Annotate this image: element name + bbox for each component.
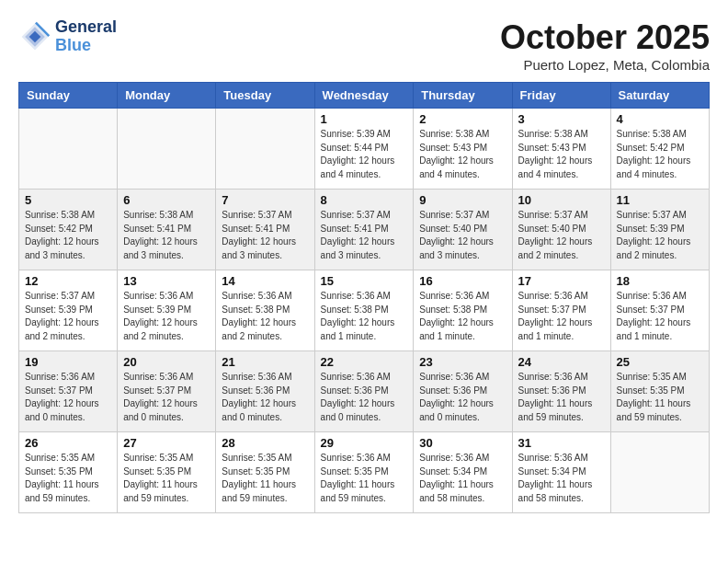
calendar-cell: 11Sunrise: 5:37 AM Sunset: 5:39 PM Dayli… [610,190,709,270]
day-info: Sunrise: 5:37 AM Sunset: 5:41 PM Dayligh… [321,209,408,262]
day-info: Sunrise: 5:37 AM Sunset: 5:39 PM Dayligh… [617,209,703,262]
day-info: Sunrise: 5:35 AM Sunset: 5:35 PM Dayligh… [617,371,703,424]
day-number: 1 [321,112,408,126]
calendar-cell: 13Sunrise: 5:36 AM Sunset: 5:39 PM Dayli… [118,270,216,351]
day-info: Sunrise: 5:39 AM Sunset: 5:44 PM Dayligh… [321,128,408,181]
day-info: Sunrise: 5:38 AM Sunset: 5:42 PM Dayligh… [25,209,111,262]
day-number: 18 [617,274,703,288]
calendar-cell: 18Sunrise: 5:36 AM Sunset: 5:37 PM Dayli… [610,270,709,351]
day-number: 20 [123,355,210,369]
day-number: 17 [518,274,605,288]
day-info: Sunrise: 5:38 AM Sunset: 5:41 PM Dayligh… [123,209,210,262]
col-header-saturday: Saturday [610,83,709,109]
day-info: Sunrise: 5:36 AM Sunset: 5:38 PM Dayligh… [321,290,408,343]
day-number: 7 [222,193,308,207]
location-subtitle: Puerto Lopez, Meta, Colombia [500,57,710,73]
day-info: Sunrise: 5:36 AM Sunset: 5:37 PM Dayligh… [123,371,210,424]
day-number: 19 [25,355,111,369]
day-info: Sunrise: 5:38 AM Sunset: 5:43 PM Dayligh… [419,128,506,181]
calendar-week-row: 12Sunrise: 5:37 AM Sunset: 5:39 PM Dayli… [19,270,710,351]
logo-text-blue: Blue [55,37,117,55]
calendar-cell: 23Sunrise: 5:36 AM Sunset: 5:36 PM Dayli… [414,351,512,432]
calendar-table: SundayMondayTuesdayWednesdayThursdayFrid… [18,82,710,513]
day-number: 29 [321,436,408,450]
day-number: 27 [123,436,210,450]
day-info: Sunrise: 5:35 AM Sunset: 5:35 PM Dayligh… [222,452,308,505]
day-number: 9 [419,193,506,207]
day-number: 14 [222,274,308,288]
day-info: Sunrise: 5:36 AM Sunset: 5:39 PM Dayligh… [123,290,210,343]
day-number: 31 [518,436,605,450]
day-number: 13 [123,274,210,288]
calendar-cell: 22Sunrise: 5:36 AM Sunset: 5:36 PM Dayli… [314,351,414,432]
calendar-cell [19,109,118,190]
calendar-cell: 28Sunrise: 5:35 AM Sunset: 5:35 PM Dayli… [216,432,314,513]
calendar-cell [610,432,709,513]
day-info: Sunrise: 5:38 AM Sunset: 5:43 PM Dayligh… [518,128,605,181]
col-header-thursday: Thursday [414,83,512,109]
calendar-cell: 10Sunrise: 5:37 AM Sunset: 5:40 PM Dayli… [512,190,610,270]
calendar-cell: 7Sunrise: 5:37 AM Sunset: 5:41 PM Daylig… [216,190,314,270]
calendar-week-row: 5Sunrise: 5:38 AM Sunset: 5:42 PM Daylig… [19,190,710,270]
calendar-cell: 16Sunrise: 5:36 AM Sunset: 5:38 PM Dayli… [414,270,512,351]
month-title: October 2025 [500,18,710,57]
calendar-cell: 9Sunrise: 5:37 AM Sunset: 5:40 PM Daylig… [414,190,512,270]
calendar-cell [216,109,314,190]
calendar-week-row: 1Sunrise: 5:39 AM Sunset: 5:44 PM Daylig… [19,109,710,190]
day-info: Sunrise: 5:36 AM Sunset: 5:38 PM Dayligh… [419,290,506,343]
day-info: Sunrise: 5:36 AM Sunset: 5:35 PM Dayligh… [321,452,408,505]
calendar-cell: 4Sunrise: 5:38 AM Sunset: 5:42 PM Daylig… [610,109,709,190]
logo: General Blue [18,18,117,55]
calendar-cell: 29Sunrise: 5:36 AM Sunset: 5:35 PM Dayli… [314,432,414,513]
day-number: 5 [25,193,111,207]
calendar-cell: 1Sunrise: 5:39 AM Sunset: 5:44 PM Daylig… [314,109,414,190]
calendar-cell: 19Sunrise: 5:36 AM Sunset: 5:37 PM Dayli… [19,351,118,432]
day-info: Sunrise: 5:36 AM Sunset: 5:37 PM Dayligh… [25,371,111,424]
calendar-cell: 8Sunrise: 5:37 AM Sunset: 5:41 PM Daylig… [314,190,414,270]
calendar-header-row: SundayMondayTuesdayWednesdayThursdayFrid… [19,83,710,109]
logo-icon [18,20,51,53]
day-info: Sunrise: 5:36 AM Sunset: 5:36 PM Dayligh… [518,371,605,424]
day-number: 3 [518,112,605,126]
col-header-monday: Monday [118,83,216,109]
calendar-cell: 31Sunrise: 5:36 AM Sunset: 5:34 PM Dayli… [512,432,610,513]
calendar-cell [118,109,216,190]
logo-text-general: General [55,18,117,37]
day-number: 10 [518,193,605,207]
day-number: 22 [321,355,408,369]
title-block: October 2025 Puerto Lopez, Meta, Colombi… [500,18,710,73]
calendar-cell: 26Sunrise: 5:35 AM Sunset: 5:35 PM Dayli… [19,432,118,513]
calendar-week-row: 19Sunrise: 5:36 AM Sunset: 5:37 PM Dayli… [19,351,710,432]
day-info: Sunrise: 5:36 AM Sunset: 5:37 PM Dayligh… [518,290,605,343]
calendar-cell: 2Sunrise: 5:38 AM Sunset: 5:43 PM Daylig… [414,109,512,190]
calendar-cell: 27Sunrise: 5:35 AM Sunset: 5:35 PM Dayli… [118,432,216,513]
day-number: 25 [617,355,703,369]
calendar-cell: 24Sunrise: 5:36 AM Sunset: 5:36 PM Dayli… [512,351,610,432]
day-info: Sunrise: 5:35 AM Sunset: 5:35 PM Dayligh… [123,452,210,505]
day-number: 8 [321,193,408,207]
day-info: Sunrise: 5:36 AM Sunset: 5:34 PM Dayligh… [518,452,605,505]
day-info: Sunrise: 5:36 AM Sunset: 5:36 PM Dayligh… [419,371,506,424]
day-number: 30 [419,436,506,450]
day-info: Sunrise: 5:36 AM Sunset: 5:36 PM Dayligh… [321,371,408,424]
day-info: Sunrise: 5:36 AM Sunset: 5:37 PM Dayligh… [617,290,703,343]
calendar-cell: 20Sunrise: 5:36 AM Sunset: 5:37 PM Dayli… [118,351,216,432]
day-number: 4 [617,112,703,126]
day-number: 21 [222,355,308,369]
day-number: 2 [419,112,506,126]
day-info: Sunrise: 5:36 AM Sunset: 5:38 PM Dayligh… [222,290,308,343]
day-info: Sunrise: 5:38 AM Sunset: 5:42 PM Dayligh… [617,128,703,181]
calendar-cell: 25Sunrise: 5:35 AM Sunset: 5:35 PM Dayli… [610,351,709,432]
day-info: Sunrise: 5:37 AM Sunset: 5:41 PM Dayligh… [222,209,308,262]
calendar-cell: 30Sunrise: 5:36 AM Sunset: 5:34 PM Dayli… [414,432,512,513]
day-number: 16 [419,274,506,288]
day-info: Sunrise: 5:37 AM Sunset: 5:39 PM Dayligh… [25,290,111,343]
calendar-cell: 6Sunrise: 5:38 AM Sunset: 5:41 PM Daylig… [118,190,216,270]
day-number: 15 [321,274,408,288]
col-header-wednesday: Wednesday [314,83,414,109]
calendar-cell: 17Sunrise: 5:36 AM Sunset: 5:37 PM Dayli… [512,270,610,351]
day-info: Sunrise: 5:37 AM Sunset: 5:40 PM Dayligh… [518,209,605,262]
calendar-cell: 3Sunrise: 5:38 AM Sunset: 5:43 PM Daylig… [512,109,610,190]
col-header-tuesday: Tuesday [216,83,314,109]
day-number: 28 [222,436,308,450]
